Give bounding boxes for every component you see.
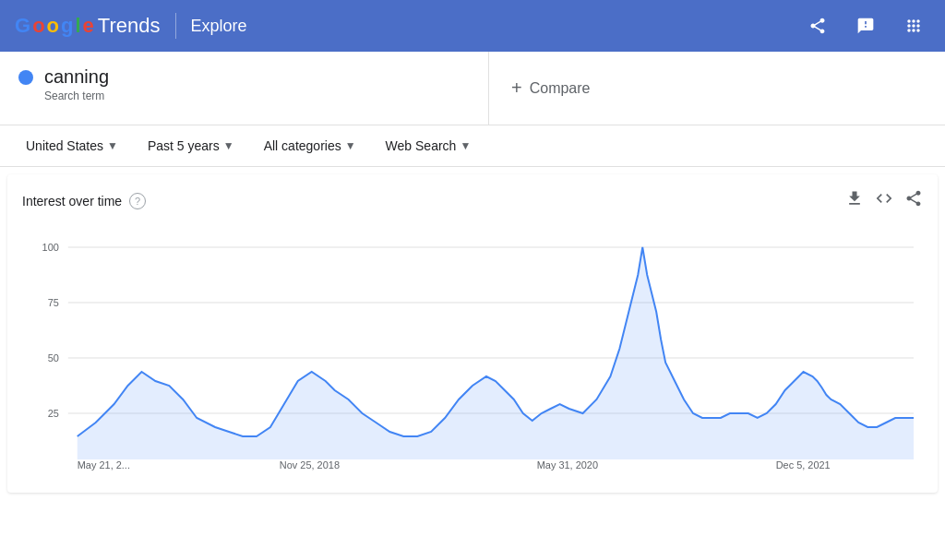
chart-header: Interest over time ? bbox=[22, 189, 923, 212]
chart-actions bbox=[845, 189, 923, 212]
region-filter[interactable]: United States ▼ bbox=[15, 133, 129, 159]
header-left: G o o g l e Trends Explore bbox=[15, 13, 247, 39]
region-label: United States bbox=[26, 138, 103, 153]
time-range-label: Past 5 years bbox=[148, 138, 220, 153]
category-filter[interactable]: All categories ▼ bbox=[253, 133, 367, 159]
time-range-filter[interactable]: Past 5 years ▼ bbox=[137, 133, 245, 159]
trend-area bbox=[78, 247, 914, 459]
y-label-50: 50 bbox=[48, 352, 59, 363]
logo-letter-o2: o bbox=[47, 14, 59, 38]
x-label-start: May 21, 2... bbox=[78, 459, 130, 471]
header: G o o g l e Trends Explore bbox=[0, 0, 945, 52]
compare-plus-icon: + bbox=[511, 77, 522, 99]
trend-chart: 100 75 50 25 May 21, 2... Nov 25, 2018 M… bbox=[22, 220, 923, 478]
search-section: canning Search term + Compare bbox=[0, 52, 945, 125]
category-label: All categories bbox=[264, 138, 341, 153]
chart-title-area: Interest over time ? bbox=[22, 193, 146, 209]
embed-icon[interactable] bbox=[875, 189, 893, 212]
google-logo: G o o g l e Trends bbox=[15, 14, 161, 38]
logo-letter-e: e bbox=[83, 14, 94, 38]
chart-container: 100 75 50 25 May 21, 2... Nov 25, 2018 M… bbox=[22, 220, 923, 478]
logo-letter-l: l bbox=[75, 14, 80, 38]
time-dropdown-icon: ▼ bbox=[223, 139, 234, 152]
compare-button[interactable]: + Compare bbox=[489, 52, 945, 125]
search-term-name: canning bbox=[44, 66, 109, 88]
header-divider bbox=[175, 13, 176, 39]
feedback-icon[interactable] bbox=[849, 9, 882, 42]
search-type-dropdown-icon: ▼ bbox=[460, 139, 471, 152]
share-chart-icon[interactable] bbox=[904, 189, 923, 212]
search-type-filter[interactable]: Web Search ▼ bbox=[375, 133, 483, 159]
y-label-75: 75 bbox=[48, 297, 59, 308]
x-label-nov2018: Nov 25, 2018 bbox=[280, 459, 340, 471]
download-icon[interactable] bbox=[845, 189, 864, 212]
search-type-label: Web Search bbox=[386, 138, 457, 153]
logo-letter-g: G bbox=[15, 14, 30, 38]
x-label-may2020: May 31, 2020 bbox=[537, 459, 598, 471]
help-icon[interactable]: ? bbox=[129, 193, 146, 209]
logo-letter-o1: o bbox=[32, 14, 44, 38]
y-label-25: 25 bbox=[48, 408, 59, 419]
chart-section: Interest over time ? bbox=[7, 174, 938, 493]
category-dropdown-icon: ▼ bbox=[345, 139, 356, 152]
explore-label: Explore bbox=[191, 17, 247, 36]
header-right bbox=[801, 9, 930, 42]
logo-letter-g2: g bbox=[61, 14, 73, 38]
y-label-100: 100 bbox=[42, 242, 59, 253]
filters-bar: United States ▼ Past 5 years ▼ All categ… bbox=[0, 125, 945, 167]
search-term-dot bbox=[18, 70, 33, 85]
search-term-box: canning Search term bbox=[0, 52, 489, 125]
search-term-type: Search term bbox=[44, 89, 109, 102]
search-term-info: canning Search term bbox=[44, 66, 109, 102]
apps-icon[interactable] bbox=[897, 9, 930, 42]
share-icon[interactable] bbox=[801, 9, 834, 42]
chart-title: Interest over time bbox=[22, 194, 122, 209]
app-name-label: Trends bbox=[98, 14, 161, 38]
x-label-dec2021: Dec 5, 2021 bbox=[776, 459, 831, 471]
compare-label: Compare bbox=[530, 80, 591, 97]
region-dropdown-icon: ▼ bbox=[107, 139, 118, 152]
